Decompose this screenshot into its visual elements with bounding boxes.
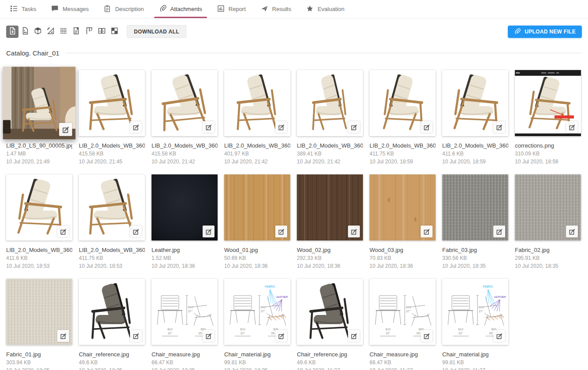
file-size: 389.41 KB [297, 151, 363, 157]
file-card[interactable]: Wood_01.jpg 50.69 KB 10 Jul 2020, 18:36 [224, 174, 290, 269]
file-card[interactable]: LIB_2.0_Models_WB_360_60f... 411.6 KB 10… [6, 174, 72, 269]
file-thumbnail[interactable] [442, 70, 508, 136]
file-thumbnail[interactable] [79, 174, 145, 240]
file-card[interactable]: 81032" 94037" 90035 1/2" Chair_measure.j… [152, 279, 218, 370]
tab-report[interactable]: Report [210, 0, 253, 18]
edit-file-button[interactable] [421, 226, 433, 237]
filter-materials[interactable] [44, 26, 57, 38]
edit-file-button[interactable] [493, 226, 505, 237]
edit-file-button[interactable] [493, 121, 505, 133]
edit-file-button[interactable] [130, 226, 142, 237]
file-thumbnail[interactable] [297, 174, 363, 240]
file-card[interactable]: Wood_03.jpg 70.83 KB 10 Jul 2020, 18:36 [370, 174, 436, 269]
tab-description[interactable]: Description [96, 0, 151, 18]
file-thumbnail[interactable] [370, 174, 436, 240]
file-date: 10 Jul 2020, 11:27 [370, 367, 436, 370]
filter-all-files[interactable] [6, 26, 18, 38]
file-date: 10 Jul 2020, 18:53 [6, 263, 72, 269]
edit-file-button[interactable] [421, 330, 433, 342]
tab-attachments[interactable]: Attachments [152, 0, 210, 18]
file-thumbnail[interactable]: 81032" 94037" 90035 1/2" FABRIC LEATHER [224, 279, 290, 345]
file-card[interactable]: LIB_2.0_Models_WB_360_60f... 411.6 KB 10… [442, 70, 508, 165]
file-card[interactable]: LIB_2.0_Models_WB_360_60... 415.58 KB 10… [79, 70, 145, 165]
edit-file-button[interactable] [275, 121, 287, 133]
file-card[interactable]: Chair_reference.jpg 49.6 KB 10 Jul 2020,… [79, 279, 145, 370]
edit-file-button[interactable] [275, 226, 287, 237]
tab-results[interactable]: Results [253, 0, 299, 18]
edit-file-button[interactable] [203, 226, 214, 237]
edit-file-button[interactable] [493, 330, 505, 342]
file-card[interactable]: LIB_2.0_Models_WB_360_60f... 411.75 KB 1… [79, 174, 145, 269]
file-card[interactable]: Fabric_02.jpg 295.91 KB 10 Jul 2020, 18:… [515, 174, 581, 269]
filter-plans[interactable] [83, 26, 95, 38]
filter-3d-models[interactable] [32, 26, 44, 38]
edit-file-button[interactable] [348, 226, 360, 237]
svg-text:810: 810 [167, 328, 173, 331]
file-thumbnail[interactable] [6, 279, 72, 345]
file-thumbnail[interactable] [79, 70, 145, 136]
file-thumbnail[interactable] [79, 279, 145, 345]
edit-file-button[interactable] [275, 330, 287, 342]
edit-file-button[interactable] [57, 330, 69, 342]
file-name: LIB_2.0_Models_WB_360_60f... [442, 142, 508, 149]
file-card[interactable]: 81032" 94037" 90035 1/2" FABRIC LEATHER … [224, 279, 290, 370]
filter-textures[interactable] [57, 26, 70, 38]
file-card[interactable]: Fabric_01.jpg 303.94 KB 10 Jul 2020, 18:… [6, 279, 72, 370]
file-card[interactable]: LIB_2.0_Models_WB_360_60f... 411.75 KB 1… [370, 70, 436, 165]
tab-tasks[interactable]: Tasks [3, 0, 44, 18]
tab-evaluation[interactable]: Evaluation [299, 0, 352, 18]
edit-file-button[interactable] [203, 330, 214, 342]
file-card[interactable]: Leather.jpg 1.52 MB 10 Jul 2020, 18:36 [152, 174, 218, 269]
file-card[interactable]: corrections.png 310.09 KB 10 Jul 2020, 1… [515, 70, 581, 165]
file-thumbnail[interactable]: 81032" 94037" 90035 1/2" [370, 279, 436, 345]
file-card[interactable]: LIB_2.0_Models_WB_360_60... 401.97 KB 10… [224, 70, 290, 165]
download-all-button[interactable]: DOWNLOAD ALL [127, 25, 186, 38]
file-date: 10 Jul 2020, 18:35 [442, 263, 508, 269]
file-name: LIB_2.0_Models_WB_360_60... [224, 142, 290, 149]
file-thumbnail[interactable]: 81032" 94037" 90035 1/2" [152, 279, 218, 345]
file-card[interactable]: 81032" 94037" 90035 1/2" Chair_measure.j… [370, 279, 436, 370]
edit-file-button[interactable] [566, 226, 578, 237]
file-thumbnail[interactable] [6, 174, 72, 240]
edit-file-button[interactable] [57, 226, 69, 237]
upload-new-file-button[interactable]: UPLOAD NEW FILE [508, 26, 582, 38]
file-thumbnail[interactable] [152, 70, 218, 136]
edit-file-button[interactable] [130, 121, 142, 133]
edit-pencil-icon [60, 228, 67, 235]
edit-file-button[interactable] [348, 330, 360, 342]
tab-messages[interactable]: Messages [44, 0, 96, 18]
file-thumbnail[interactable] [224, 174, 290, 240]
file-thumbnail[interactable] [152, 174, 218, 240]
file-thumbnail[interactable] [515, 174, 581, 240]
file-card[interactable]: Fabric_03.jpg 330.56 KB 10 Jul 2020, 18:… [442, 174, 508, 269]
filter-renders[interactable] [108, 26, 121, 38]
file-card[interactable]: 81032" 94037" 90035 1/2" FABRIC LEATHER … [442, 279, 508, 370]
filter-references[interactable] [96, 26, 108, 38]
edit-file-button[interactable] [130, 330, 142, 342]
edit-file-button[interactable] [566, 121, 578, 133]
edit-file-button[interactable] [59, 123, 72, 136]
file-thumbnail[interactable] [3, 67, 76, 140]
file-date: 10 Jul 2020, 21:42 [224, 159, 290, 165]
file-thumbnail[interactable] [370, 70, 436, 136]
file-name: Chair_material.jpg [442, 351, 508, 358]
file-card[interactable]: LIB_2.0_Models_WB_360_60... 389.41 KB 10… [297, 70, 363, 165]
filter-images[interactable] [19, 26, 31, 38]
file-card[interactable]: LIB_2.0_LS_90_00005.jpg 1.47 MB 10 Jul 2… [6, 70, 72, 165]
upload-new-file-label: UPLOAD NEW FILE [525, 29, 576, 35]
file-card[interactable]: Wood_02.jpg 292.33 KB 10 Jul 2020, 18:36 [297, 174, 363, 269]
file-thumbnail[interactable] [224, 70, 290, 136]
file-card[interactable]: LIB_2.0_Models_WB_360_60... 415.58 KB 10… [152, 70, 218, 165]
edit-file-button[interactable] [421, 121, 433, 133]
file-thumbnail[interactable] [297, 70, 363, 136]
file-thumbnail[interactable] [515, 70, 581, 136]
file-thumbnail[interactable]: 81032" 94037" 90035 1/2" FABRIC LEATHER [442, 279, 508, 345]
edit-file-button[interactable] [348, 121, 360, 133]
file-card[interactable]: Chair_reference.jpg 49.6 KB 10 Jul 2020,… [297, 279, 363, 370]
file-thumbnail[interactable] [442, 174, 508, 240]
filter-documents[interactable] [70, 26, 82, 38]
file-thumbnail[interactable] [297, 279, 363, 345]
svg-text:LEATHER: LEATHER [276, 296, 288, 298]
edit-file-button[interactable] [203, 121, 214, 133]
svg-text:37": 37" [188, 310, 193, 313]
